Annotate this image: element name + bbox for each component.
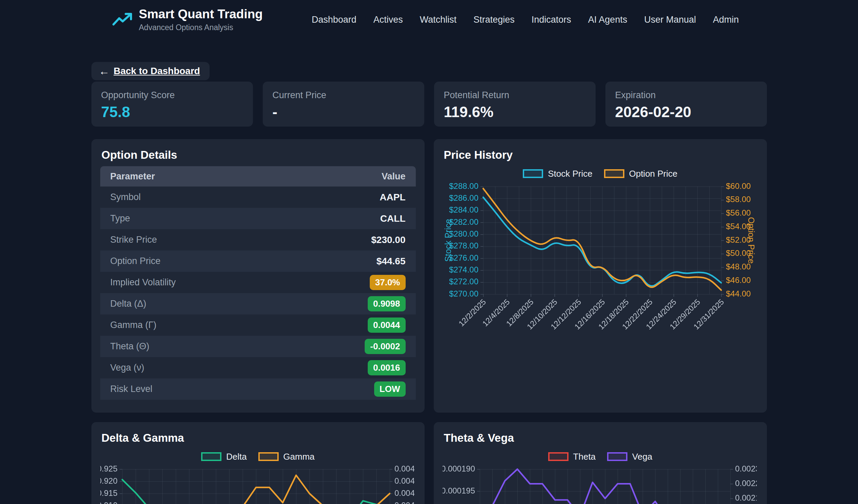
nav-item-dashboard[interactable]: Dashboard — [312, 15, 356, 25]
param-label: Symbol — [110, 192, 141, 202]
stat-card-current-price: Current Price- — [263, 82, 424, 127]
app-subtitle: Advanced Options Analysis — [139, 23, 263, 32]
app-header: Smart Quant Trading Advanced Options Ana… — [0, 0, 858, 39]
column-header-value: Value — [382, 171, 406, 182]
delta-gamma-chart[interactable] — [100, 466, 414, 504]
trend-up-icon — [112, 9, 133, 30]
back-to-dashboard-button[interactable]: ← Back to Dashboard — [92, 62, 210, 80]
nav-item-ai-agents[interactable]: AI Agents — [588, 15, 627, 25]
nav-item-user-manual[interactable]: User Manual — [644, 15, 696, 25]
legend-item-theta[interactable]: Theta — [548, 452, 596, 462]
stat-label: Opportunity Score — [101, 90, 243, 100]
param-label: Risk Level — [110, 384, 153, 394]
theta-vega-legend: ThetaVega — [443, 449, 758, 464]
stat-card-expiration: Expiration2026-02-20 — [605, 82, 767, 127]
table-row-risk-level: Risk LevelLOW — [100, 378, 416, 400]
param-value-badge: -0.0002 — [365, 339, 405, 354]
delta-gamma-legend: DeltaGamma — [100, 449, 416, 464]
option-details-table: Parameter Value SymbolAAPLTypeCALLStrike… — [100, 166, 416, 400]
theta-vega-title: Theta & Vega — [444, 432, 758, 444]
back-button-label: Back to Dashboard — [114, 66, 200, 77]
table-row-theta: Theta (Θ)-0.0002 — [100, 336, 416, 357]
legend-swatch-icon — [548, 452, 569, 461]
param-label: Gamma (Γ) — [110, 320, 156, 330]
option-details-title: Option Details — [101, 149, 416, 161]
param-value-badge: LOW — [374, 381, 406, 397]
main-content: ← Back to Dashboard Opportunity Score75.… — [92, 39, 767, 504]
nav-item-admin[interactable]: Admin — [713, 15, 739, 25]
price-history-chart[interactable] — [443, 182, 757, 345]
stat-value: 2026-02-20 — [615, 103, 757, 120]
legend-item-delta[interactable]: Delta — [201, 452, 247, 462]
param-value-badge: 0.9098 — [368, 296, 406, 311]
stat-label: Potential Return — [444, 90, 586, 100]
legend-swatch-icon — [523, 169, 543, 178]
price-history-legend: Stock PriceOption Price — [443, 166, 758, 181]
app-title: Smart Quant Trading — [139, 7, 263, 22]
price-history-title: Price History — [444, 149, 758, 161]
param-label: Implied Volatility — [110, 277, 176, 288]
legend-item-gamma[interactable]: Gamma — [258, 452, 315, 462]
table-row-symbol: SymbolAAPL — [100, 186, 416, 208]
table-row-option-price: Option Price$44.65 — [100, 250, 416, 272]
table-row-vega: Vega (ν)0.0016 — [100, 357, 416, 378]
stat-card-opportunity-score: Opportunity Score75.8 — [92, 82, 253, 127]
param-label: Theta (Θ) — [110, 341, 150, 352]
top-grid: Option Details Parameter Value SymbolAAP… — [92, 139, 767, 412]
nav-item-strategies[interactable]: Strategies — [473, 15, 515, 25]
stats-row: Opportunity Score75.8Current Price-Poten… — [92, 82, 767, 127]
legend-label: Option Price — [629, 168, 678, 179]
table-body: SymbolAAPLTypeCALLStrike Price$230.00Opt… — [100, 186, 416, 400]
param-value-badge: 0.0016 — [368, 360, 406, 375]
column-header-parameter: Parameter — [110, 171, 155, 182]
param-label: Vega (ν) — [110, 362, 145, 373]
stat-label: Current Price — [273, 90, 414, 100]
legend-label: Stock Price — [548, 168, 592, 179]
table-row-delta: Delta (Δ)0.9098 — [100, 293, 416, 314]
table-header-row: Parameter Value — [100, 166, 416, 186]
price-history-card: Price History Stock PriceOption Price — [434, 139, 767, 412]
legend-label: Vega — [632, 452, 652, 462]
stat-value: 75.8 — [101, 103, 243, 120]
legend-swatch-icon — [201, 452, 221, 461]
param-label: Strike Price — [110, 234, 157, 245]
legend-item-option-price[interactable]: Option Price — [604, 168, 678, 179]
delta-gamma-card: Delta & Gamma DeltaGamma — [92, 422, 425, 504]
legend-swatch-icon — [607, 452, 627, 461]
param-value-badge: 37.0% — [370, 275, 406, 290]
table-row-type: TypeCALL — [100, 208, 416, 229]
legend-label: Theta — [573, 452, 596, 462]
app-logo: Smart Quant Trading Advanced Options Ana… — [112, 7, 263, 32]
delta-gamma-title: Delta & Gamma — [101, 432, 416, 444]
param-label: Option Price — [110, 256, 161, 266]
param-value: $44.65 — [377, 256, 406, 267]
legend-swatch-icon — [604, 169, 624, 178]
table-row-gamma: Gamma (Γ)0.0044 — [100, 314, 416, 336]
stat-value: 119.6% — [444, 103, 586, 120]
legend-label: Gamma — [283, 452, 315, 462]
theta-vega-card: Theta & Vega ThetaVega — [434, 422, 767, 504]
table-row-strike-price: Strike Price$230.00 — [100, 229, 416, 250]
nav-item-actives[interactable]: Actives — [374, 15, 403, 25]
option-details-card: Option Details Parameter Value SymbolAAP… — [92, 139, 425, 412]
stat-value: - — [273, 103, 414, 120]
legend-label: Delta — [226, 452, 247, 462]
nav-item-watchlist[interactable]: Watchlist — [420, 15, 457, 25]
bottom-grid: Delta & Gamma DeltaGamma Theta & Vega Th… — [92, 422, 767, 504]
stat-card-potential-return: Potential Return119.6% — [434, 82, 595, 127]
stat-label: Expiration — [615, 90, 757, 100]
legend-item-stock-price[interactable]: Stock Price — [523, 168, 592, 179]
legend-item-vega[interactable]: Vega — [607, 452, 652, 462]
param-label: Type — [110, 213, 130, 224]
back-arrow-icon: ← — [99, 66, 110, 77]
param-label: Delta (Δ) — [110, 298, 147, 309]
nav-item-indicators[interactable]: Indicators — [531, 15, 571, 25]
theta-vega-chart[interactable] — [443, 466, 757, 504]
param-value: $230.00 — [371, 234, 405, 245]
param-value: CALL — [380, 213, 406, 224]
param-value-badge: 0.0044 — [368, 318, 406, 333]
table-row-implied-volatility: Implied Volatility37.0% — [100, 272, 416, 293]
legend-swatch-icon — [258, 452, 279, 461]
main-nav: DashboardActivesWatchlistStrategiesIndic… — [312, 15, 739, 25]
param-value: AAPL — [380, 192, 405, 203]
